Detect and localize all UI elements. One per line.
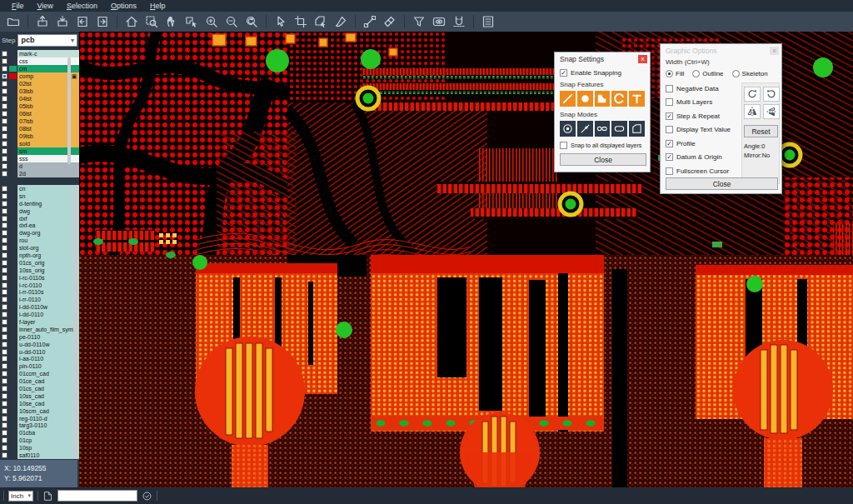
toolbar-export-up-button[interactable] <box>32 13 52 30</box>
layer-visibility-checkbox[interactable] <box>2 297 7 302</box>
layer-row-01cs_orig[interactable]: 01cs_orig <box>0 259 79 267</box>
layer-row-01ce_cad[interactable]: 01ce_cad <box>0 377 79 385</box>
toolbar-highlight-eye-button[interactable] <box>429 13 449 30</box>
layer-row-pe-0110[interactable]: pe-0110 <box>0 333 79 341</box>
layer-visibility-checkbox[interactable] <box>2 81 7 87</box>
layer-visibility-checkbox[interactable] <box>2 126 7 132</box>
toolbar-notes-form-button[interactable] <box>478 13 498 30</box>
layer-row-01cp[interactable]: 01cp <box>0 437 79 444</box>
layer-row-i-rc-0110s[interactable]: i-rc-0110s <box>0 274 79 282</box>
option-checkbox[interactable] <box>666 98 673 106</box>
layer-list-misc-scrollbar[interactable] <box>73 185 77 459</box>
layer-visibility-checkbox[interactable] <box>2 327 7 332</box>
layer-row-targ3-0110[interactable]: targ3-0110 <box>0 422 79 430</box>
layer-row-cn[interactable]: cn <box>0 185 79 192</box>
layer-visibility-checkbox[interactable] <box>2 216 7 222</box>
layer-visibility-checkbox[interactable] <box>2 342 7 347</box>
layer-visibility-checkbox[interactable] <box>2 386 7 392</box>
layer-row-i-dd-0110w[interactable]: i-dd-0110w <box>0 303 79 311</box>
layer-row-01cs_cad[interactable]: 01cs_cad <box>0 385 79 392</box>
layer-row-saf0110[interactable]: saf0110 <box>0 452 79 459</box>
toolbar-measure-button[interactable] <box>360 13 380 30</box>
layer-visibility-checkbox[interactable] <box>2 148 7 154</box>
toolbar-zoom-out-button[interactable] <box>222 13 242 30</box>
step-select[interactable]: pcb ▾ <box>17 34 77 47</box>
layer-row-pin-0110[interactable]: pin-0110 <box>0 362 79 370</box>
snap-all-layers-row[interactable]: Snap to all displayed layers <box>560 141 645 150</box>
snap-all-layers-checkbox[interactable] <box>560 142 567 149</box>
snap-settings-close-icon[interactable]: x <box>638 55 647 63</box>
layer-visibility-checkbox[interactable] <box>2 267 7 273</box>
snap-close-button[interactable]: Close <box>560 153 646 166</box>
layer-visibility-checkbox[interactable] <box>2 88 7 94</box>
snap-mode-symbol-button[interactable] <box>595 121 611 137</box>
layer-visibility-checkbox[interactable] <box>2 334 7 340</box>
option-fullscreen-cursor[interactable]: Fullscreen Cursor <box>666 164 736 178</box>
layer-visibility-checkbox[interactable] <box>2 401 7 407</box>
layer-visibility-checkbox[interactable] <box>2 252 7 258</box>
option-checkbox[interactable] <box>666 126 673 133</box>
layer-visibility-checkbox[interactable] <box>2 171 7 177</box>
toolbar-import-down-button[interactable] <box>52 13 72 30</box>
layer-row-i-aa-0110[interactable]: i-aa-0110 <box>0 355 79 362</box>
snap-mode-point-on-line-button[interactable] <box>577 121 593 137</box>
toolbar-zoom-previous-button[interactable] <box>242 13 262 30</box>
toolbar-filter-button[interactable] <box>409 13 429 30</box>
menu-file[interactable]: File <box>5 2 31 10</box>
layer-visibility-checkbox[interactable] <box>2 51 7 57</box>
enable-snapping-checkbox[interactable]: ✓ <box>560 69 567 77</box>
layer-visibility-checkbox[interactable] <box>2 201 7 207</box>
menu-options[interactable]: Options <box>104 2 143 10</box>
layer-visibility-checkbox[interactable] <box>2 230 7 236</box>
snap-feature-pad-button[interactable] <box>595 91 611 107</box>
radio-outline[interactable]: Outline <box>692 70 723 77</box>
option-profile[interactable]: ✓Profile <box>666 137 736 151</box>
layer-row-01ccm_cad[interactable]: 01ccm_cad <box>0 370 79 377</box>
layer-visibility-checkbox[interactable] <box>2 363 7 369</box>
snap-mode-slot-button[interactable] <box>611 121 627 137</box>
layer-row-rou[interactable]: rou <box>0 237 79 244</box>
toolbar-page-prev-button[interactable] <box>72 13 92 30</box>
snap-feature-line-button[interactable] <box>560 91 576 107</box>
layer-visibility-checkbox[interactable] <box>2 163 7 169</box>
layer-visibility-checkbox[interactable] <box>2 356 7 362</box>
layer-visibility-checkbox[interactable] <box>2 133 7 139</box>
layer-row-i-dd-0110[interactable]: i-dd-0110 <box>0 311 79 318</box>
layer-visibility-checkbox[interactable] <box>2 73 7 79</box>
layer-visibility-checkbox[interactable] <box>2 408 7 414</box>
enable-snapping-row[interactable]: ✓ Enable Snapping <box>560 68 645 77</box>
graphic-options-close-icon[interactable]: x <box>770 47 779 55</box>
layer-row-mark-c[interactable]: mark-c <box>0 50 79 57</box>
snap-mode-center-button[interactable] <box>560 121 576 137</box>
layer-visibility-checkbox[interactable] <box>2 393 7 399</box>
layer-row-dwg[interactable]: dwg <box>0 207 79 215</box>
graphic-close-button[interactable]: Close <box>666 177 778 190</box>
layer-row-i-rr-0110[interactable]: i-rr-0110 <box>0 296 79 303</box>
option-negative-data[interactable]: Negative Data <box>666 82 736 96</box>
layer-row-inner_auto_film_symb[interactable]: inner_auto_film_symb <box>0 326 79 333</box>
option-checkbox[interactable]: ✓ <box>666 140 673 147</box>
option-checkbox[interactable]: ✓ <box>666 112 673 120</box>
layer-visibility-checkbox[interactable] <box>2 245 7 251</box>
snap-feature-circle-button[interactable] <box>577 91 593 107</box>
rotate-ccw-button[interactable] <box>763 87 780 102</box>
toolbar-zoom-in-button[interactable] <box>202 13 222 30</box>
toolbar-home-button[interactable] <box>122 13 142 30</box>
toolbar-select-cursor-button[interactable] <box>271 13 291 30</box>
rotate-cw-button[interactable] <box>744 87 761 102</box>
unit-select[interactable]: Inch ▾ <box>8 491 33 502</box>
layer-visibility-checkbox[interactable] <box>2 186 7 192</box>
layer-visibility-checkbox[interactable] <box>2 141 7 147</box>
layer-visibility-checkbox[interactable] <box>2 422 7 428</box>
layer-visibility-checkbox[interactable] <box>2 103 7 109</box>
layer-row-i-rr-0110s[interactable]: i-rr-0110s <box>0 288 79 296</box>
layer-row-d-tenting[interactable]: d-tenting <box>0 200 79 207</box>
snap-mode-polygon-button[interactable] <box>629 121 645 137</box>
layer-row-slot-org[interactable]: slot-org <box>0 244 79 252</box>
layer-visibility-checkbox[interactable] <box>2 260 7 266</box>
option-checkbox[interactable] <box>666 167 673 175</box>
layer-row-10ss_cad[interactable]: 10ss_cad <box>0 392 79 400</box>
layer-visibility-checkbox[interactable] <box>2 378 7 384</box>
menu-selection[interactable]: Selection <box>60 2 104 10</box>
flip-vertical-button[interactable] <box>763 104 780 119</box>
